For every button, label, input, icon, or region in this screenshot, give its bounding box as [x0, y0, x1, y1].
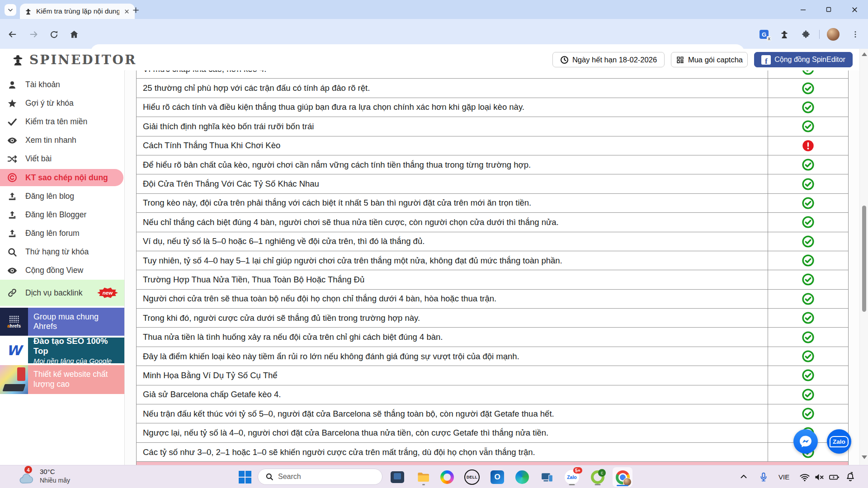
- taskbar-chrome[interactable]: [613, 467, 632, 487]
- scrollbar-thumb[interactable]: [862, 206, 866, 312]
- tab-close-icon[interactable]: [123, 8, 130, 15]
- back-button[interactable]: [6, 28, 18, 40]
- row-status-cell: [768, 194, 848, 212]
- promo-web-design[interactable]: Thiết kế website chất lượng cao: [0, 365, 124, 394]
- scrollbar-down-arrow-icon[interactable]: [862, 455, 867, 459]
- browser-tab[interactable]: Kiểm tra trùng lặp nội dung: [20, 4, 135, 19]
- home-button[interactable]: [68, 28, 80, 40]
- status-icon[interactable]: [802, 82, 814, 94]
- table-row: Giải thích định nghĩa kèo bốn trái rưỡi …: [137, 117, 848, 136]
- status-icon[interactable]: [802, 312, 814, 324]
- status-icon[interactable]: [802, 389, 814, 401]
- buy-captcha-button[interactable]: Mua gói captcha: [671, 52, 748, 67]
- status-icon[interactable]: [802, 331, 814, 343]
- status-icon[interactable]: [802, 254, 814, 267]
- taskbar-green-app[interactable]: [589, 468, 607, 486]
- row-status-cell: [768, 290, 848, 308]
- taskbar-edge[interactable]: [513, 468, 531, 486]
- new-tab-button[interactable]: [130, 5, 141, 15]
- status-icon[interactable]: [802, 197, 814, 209]
- promo-ahrefs[interactable]: ahrefs Group mua chung Ahrefs: [0, 308, 124, 336]
- status-icon[interactable]: [802, 293, 814, 305]
- taskbar-overflow-chevron[interactable]: [739, 472, 749, 482]
- sidebar-item-1[interactable]: Gợi ý từ khóa: [0, 94, 124, 113]
- promo-seo-training[interactable]: W Đào tạo SEO 100% Top Mọi nền tảng của …: [0, 338, 124, 363]
- taskbar-weather-widget[interactable]: 4 30°C Nhiều mây: [18, 467, 70, 485]
- scrollbar-up-arrow-icon[interactable]: [862, 52, 867, 56]
- taskbar-outlook[interactable]: O: [488, 468, 506, 486]
- row-text: Để hiểu rõ bản chất của kèo, người chơi …: [137, 155, 768, 174]
- status-icon[interactable]: [802, 273, 814, 286]
- status-icon[interactable]: [802, 408, 814, 420]
- sidebar-item-4[interactable]: Viết bài: [0, 150, 124, 168]
- taskbar-search-box[interactable]: Search: [258, 469, 382, 485]
- sidebar-item-8[interactable]: Đăng lên forum: [0, 224, 124, 243]
- spineditor-extension-icon[interactable]: [778, 28, 791, 41]
- expiry-date-button[interactable]: Ngày hết hạn 18-02-2026: [552, 52, 665, 67]
- taskbar-phone-link[interactable]: [538, 468, 556, 486]
- green-ring-app-icon: [591, 470, 604, 484]
- taskbar-wifi[interactable]: [799, 472, 810, 483]
- sidebar-item-6[interactable]: Đăng lên blog: [0, 187, 124, 206]
- page-scrollbar[interactable]: [859, 49, 868, 465]
- taskbar-file-explorer[interactable]: [415, 468, 433, 486]
- spy-favicon-icon: [24, 8, 32, 15]
- status-icon[interactable]: [802, 216, 814, 228]
- taskbar-start-button[interactable]: [236, 468, 254, 486]
- messenger-chat-button[interactable]: [793, 429, 818, 454]
- sidebar-item-3[interactable]: Xem tin nhanh: [0, 131, 124, 150]
- status-icon[interactable]: [802, 70, 814, 75]
- facebook-community-button[interactable]: f Cộng đồng SpinEditor: [754, 52, 853, 67]
- active-indicator: [617, 485, 628, 486]
- extensions-puzzle-icon[interactable]: [799, 28, 812, 41]
- sidebar-item-label: Đăng lên Blogger: [25, 210, 86, 220]
- sidebar-item-label: Đăng lên forum: [25, 229, 80, 238]
- sidebar-item-7[interactable]: Đăng lên Blogger: [0, 206, 124, 224]
- taskbar-zalo[interactable]: Zalo 5+: [563, 468, 581, 486]
- browser-menu-icon[interactable]: [849, 28, 862, 41]
- reload-button[interactable]: [48, 28, 60, 40]
- sidebar-item-2[interactable]: Kiểm tra tên miền: [0, 113, 124, 131]
- window-maximize-button[interactable]: [817, 0, 840, 19]
- status-icon[interactable]: [802, 101, 814, 113]
- profile-avatar[interactable]: [827, 28, 840, 41]
- status-icon[interactable]: [802, 235, 814, 248]
- window-close-button[interactable]: [843, 0, 866, 19]
- table-row: Giả sử Barcelona chấp Getafe kèo 4.: [137, 385, 848, 404]
- sidebar-item-label: Gợi ý từ khóa: [25, 99, 74, 108]
- sidebar-item-9[interactable]: Thứ hạng từ khóa: [0, 243, 124, 261]
- status-icon[interactable]: [802, 159, 814, 171]
- taskbar-battery[interactable]: [828, 472, 840, 483]
- facebook-community-label: Cộng đồng SpinEditor: [774, 56, 845, 64]
- sidebar-item-10[interactable]: Cộng đồng View: [0, 261, 124, 280]
- status-icon[interactable]: [802, 140, 814, 152]
- table-row: Ví dụ, nếu tỷ số là 5–0 hoặc 6–1 nghiêng…: [137, 232, 848, 251]
- taskbar-copilot[interactable]: [438, 468, 456, 486]
- status-icon[interactable]: [802, 350, 814, 362]
- zalo-chat-button[interactable]: Zalo: [827, 429, 851, 454]
- taskbar-notifications[interactable]: [845, 472, 856, 483]
- taskbar-volume[interactable]: [814, 472, 825, 483]
- row-text: Hiểu rõ cách tính và điều kiện thắng thu…: [137, 98, 768, 117]
- row-status-cell: [768, 213, 848, 231]
- tab-search-button[interactable]: [5, 4, 16, 16]
- status-icon[interactable]: [802, 178, 814, 190]
- taskbar-dell-app[interactable]: DELL: [463, 468, 481, 486]
- taskbar-device-app[interactable]: [388, 468, 406, 486]
- translate-extension-icon[interactable]: G: [758, 28, 770, 41]
- zalo-app-icon: Zalo 5+: [565, 470, 579, 484]
- site-logo[interactable]: SPINEDITOR: [11, 52, 137, 67]
- sidebar-item-5[interactable]: KT sao chép nội dung: [0, 169, 123, 186]
- window-minimize-button[interactable]: [791, 0, 815, 19]
- chevron-down-icon: [7, 6, 14, 14]
- taskbar-microphone[interactable]: [758, 472, 769, 483]
- status-icon[interactable]: [802, 120, 814, 132]
- taskbar-language[interactable]: VIE: [778, 473, 789, 481]
- forward-button[interactable]: [28, 28, 40, 40]
- sidebar-item-0[interactable]: Tài khoản: [0, 75, 124, 94]
- table-row: Nếu chỉ thắng cách biệt đúng 4 bàn, ngườ…: [137, 213, 848, 232]
- row-text: Các tỷ số như 3–0, 2–1 hoặc 1–0 sẽ khiến…: [137, 443, 768, 461]
- sidebar-item-11[interactable]: Dịch vụ backlink new: [0, 280, 124, 306]
- promo-seo-title: Đào tạo SEO 100% Top: [33, 336, 119, 356]
- status-icon[interactable]: [802, 369, 814, 381]
